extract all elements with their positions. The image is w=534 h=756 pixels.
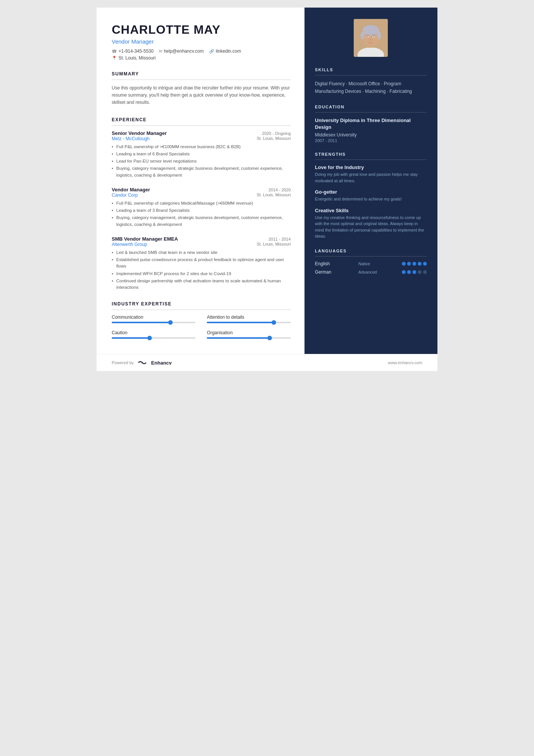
link-icon: 🔗 [209,49,214,54]
bullet-3-1: Led & launched SMB chat team in a new ve… [112,249,291,256]
exp-company-1: Metz - McCullough [112,136,150,141]
bullet-1-2: Leading a team of 6 Brand Specialists [112,151,291,157]
candidate-title: Vendor Manager [112,38,291,45]
left-panel: CHARLOTTE MAY Vendor Manager ☎ +1-914-34… [97,8,304,354]
progress-dot-caution [147,336,152,340]
phone-icon: ☎ [112,49,117,54]
lang-dot-e3 [412,262,416,266]
bullet-2-1: Full P&L ownership of categories Medical… [112,200,291,207]
exp-title-1: Senior Vendor Manager [112,130,167,136]
strengths-divider [315,160,427,160]
svg-point-10 [373,36,375,38]
lang-dot-e1 [402,262,406,266]
skills-heading: SKILLS [315,67,427,72]
svg-point-11 [370,39,372,41]
expertise-label-attention: Attention to details [207,315,290,320]
strengths-heading: STRENGTHS [315,152,427,157]
lang-dot-g1 [402,270,406,274]
exp-location-1: St. Louis, Missouri [257,136,291,141]
strength-desc-1: Doing my job with great love and passion… [315,171,427,184]
svg-point-9 [367,36,368,38]
header-section: CHARLOTTE MAY Vendor Manager ☎ +1-914-34… [112,23,291,61]
bullet-3-4: Continued design partnership with chat a… [112,278,291,291]
edu-years: 2007 - 2011 [315,138,427,143]
experience-divider [112,125,291,126]
candidate-name: CHARLOTTE MAY [112,23,291,37]
edu-school: Middlesex University [315,132,427,138]
expertise-item-caution: Caution [112,330,195,339]
bullet-1-4: Buying, category management, strategic b… [112,165,291,178]
exp-company-row-1: Metz - McCullough St. Louis, Missouri [112,136,291,141]
phone-contact: ☎ +1-914-345-5530 [112,49,153,54]
avatar-container [315,19,427,57]
progress-bg-attention [207,322,290,323]
summary-divider [112,80,291,80]
exp-date-3: 2011 - 2014 [269,237,291,241]
progress-fill-caution [112,337,150,339]
avatar-svg [354,19,388,57]
expertise-item-communication: Communication [112,315,195,323]
exp-company-2: Candor Corp [112,193,138,198]
progress-dot-communication [168,320,173,325]
avatar [354,19,388,57]
exp-title-3: SMB Vendor Manager EMEA [112,236,178,242]
education-section: EDUCATION University Diploma in Three Di… [315,105,427,143]
bullet-1-1: Full P&L ownership of >€100MM revenue bu… [112,144,291,150]
footer-brand: Enhancv [151,360,172,366]
languages-heading: LANGUAGES [315,249,427,253]
contact-row: ☎ +1-914-345-5530 ✉ help@enhancv.com 🔗 l… [112,49,291,54]
progress-fill-organisation [207,337,270,339]
exp-date-1: 2020 - Ongoing [262,131,291,136]
edu-degree: University Diploma in Three Dimensional … [315,117,427,131]
progress-fill-attention [207,322,274,323]
languages-section: LANGUAGES English Native German Adv [315,249,427,275]
exp-bullets-2: Full P&L ownership of categories Medical… [112,200,291,228]
exp-company-row-3: Altenwerth Group St. Louis, Missouri [112,242,291,247]
exp-bullets-1: Full P&L ownership of >€100MM revenue bu… [112,144,291,178]
linkedin-contact: 🔗 linkedin.com [209,49,241,54]
svg-point-5 [361,32,364,39]
svg-point-4 [362,25,379,36]
industry-expertise-heading: INDUSTRY EXPERTISE [112,301,291,307]
strength-item-3: Creative Skills Use my creative thinking… [315,208,427,239]
exp-header-2: Vendor Manager 2014 - 2020 [112,187,291,193]
progress-fill-communication [112,322,170,323]
bullet-3-2: Established pulse crowdsource process & … [112,257,291,270]
right-panel: SKILLS Digital Fluency · Microsoft Offic… [304,8,437,354]
lang-dot-g3 [412,270,416,274]
exp-header-3: SMB Vendor Manager EMEA 2011 - 2014 [112,236,291,242]
industry-expertise-divider [112,310,291,310]
lang-row-english: English Native [315,261,427,266]
lang-level-german: Advanced [358,270,402,274]
expertise-grid: Communication Attention to details [112,315,291,339]
email-icon: ✉ [159,49,162,54]
footer-powered: Powered by Enhancv [112,360,172,366]
lang-dot-e5 [423,262,427,266]
progress-bg-communication [112,322,195,323]
strength-item-2: Go-getter Energetic and determined to ac… [315,189,427,202]
summary-text: Use this opportunity to intrigue and dra… [112,85,291,106]
strength-title-3: Creative Skills [315,208,427,213]
exp-company-row-2: Candor Corp St. Louis, Missouri [112,193,291,198]
lang-name-german: German [315,269,359,275]
summary-section: SUMMARY Use this opportunity to intrigue… [112,71,291,106]
lang-dot-g5 [423,270,427,274]
bullet-1-3: Lead for Pan-EU senior level negotiation… [112,158,291,164]
footer-url: www.enhancv.com [388,360,422,365]
summary-heading: SUMMARY [112,71,291,77]
strength-desc-3: Use my creative thinking and resourceful… [315,214,427,239]
exp-company-3: Altenwerth Group [112,242,147,247]
lang-dot-e2 [407,262,411,266]
bullet-2-2: Leading a team of 3 Brand Specialists [112,207,291,214]
progress-bg-caution [112,337,195,339]
location-icon: 📍 [112,56,117,61]
education-heading: EDUCATION [315,105,427,109]
exp-location-2: St. Louis, Missouri [257,193,291,198]
strength-title-1: Love for the Industry [315,164,427,170]
lang-dot-e4 [418,262,422,266]
lang-name-english: English [315,261,359,266]
exp-title-2: Vendor Manager [112,187,150,193]
svg-point-6 [377,32,381,39]
industry-expertise-section: INDUSTRY EXPERTISE Communication Attenti… [112,301,291,339]
skills-text: Digital Fluency · Microsoft Office · Pro… [315,80,427,95]
